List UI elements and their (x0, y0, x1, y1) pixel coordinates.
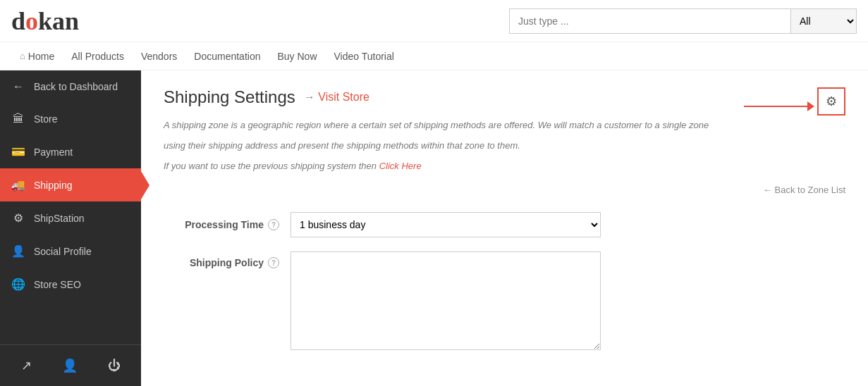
shipping-policy-row: Shipping Policy ? (164, 251, 845, 352)
social-icon: 👤 (11, 244, 25, 258)
sidebar-item-payment[interactable]: 💳 Payment (0, 135, 141, 168)
sidebar-item-back-to-dashboard[interactable]: ← Back to Dashboard (0, 70, 141, 103)
shipping-policy-label: Shipping Policy ? (164, 251, 291, 268)
arrow-left-icon: ← (11, 80, 25, 93)
sidebar-item-shipping[interactable]: 🚚 Shipping (0, 168, 141, 201)
shipping-policy-help-icon[interactable]: ? (268, 257, 279, 268)
logo: d o kan (11, 6, 79, 36)
sidebar-item-store[interactable]: 🏛 Store (0, 103, 141, 135)
processing-time-select[interactable]: Same day 1 business day 2 business days … (291, 212, 601, 237)
shipping-policy-control (291, 251, 601, 352)
gear-icon: ⚙ (826, 94, 837, 109)
processing-time-help-icon[interactable]: ? (268, 219, 279, 230)
click-here-link[interactable]: Click Here (379, 161, 422, 171)
page-title: Shipping Settings (164, 87, 295, 107)
visit-store-link: → Visit Store (304, 91, 369, 104)
sidebar: ← Back to Dashboard 🏛 Store 💳 Payment 🚚 … (0, 70, 141, 386)
processing-time-control: Same day 1 business day 2 business days … (291, 212, 601, 237)
external-link-icon[interactable]: ↗ (17, 354, 36, 378)
nav-item-documentation[interactable]: Documentation (185, 42, 269, 70)
user-icon[interactable]: 👤 (58, 354, 82, 378)
logo-d: d (11, 6, 25, 36)
header: d o kan All Products Vendors (0, 0, 868, 42)
content: Shipping Settings → Visit Store ⚙ A ship… (141, 70, 868, 386)
sidebar-item-store-seo[interactable]: 🌐 Store SEO (0, 268, 141, 301)
home-icon: ⌂ (20, 51, 25, 61)
nav-item-video-tutorial[interactable]: Video Tutorial (326, 42, 403, 70)
sidebar-item-shipstation[interactable]: ⚙ ShipStation (0, 201, 141, 235)
navbar: ⌂ Home All Products Vendors Documentatio… (0, 42, 868, 70)
shipping-policy-textarea[interactable] (291, 251, 601, 350)
nav-item-home[interactable]: ⌂ Home (11, 42, 63, 70)
page-title-area: Shipping Settings → Visit Store (164, 87, 845, 107)
nav-item-buy-now[interactable]: Buy Now (269, 42, 325, 70)
annotation-arrow (744, 101, 814, 111)
visit-store-anchor[interactable]: Visit Store (318, 91, 369, 103)
main-layout: ← Back to Dashboard 🏛 Store 💳 Payment 🚚 … (0, 70, 868, 386)
logo-o: o (25, 6, 38, 36)
logo-rest: kan (38, 6, 79, 36)
store-icon: 🏛 (11, 113, 25, 125)
sidebar-item-social-profile[interactable]: 👤 Social Profile (0, 235, 141, 268)
processing-time-label: Processing Time ? (164, 219, 291, 230)
sidebar-footer: ↗ 👤 ⏻ (0, 344, 141, 386)
seo-icon: 🌐 (11, 278, 25, 291)
search-select[interactable]: All Products Vendors (791, 8, 857, 34)
power-icon[interactable]: ⏻ (104, 354, 125, 378)
processing-time-row: Processing Time ? Same day 1 business da… (164, 212, 845, 237)
shipstation-icon: ⚙ (11, 211, 25, 225)
description-line1: A shipping zone is a geographic region w… (164, 118, 845, 133)
shipping-icon: 🚚 (11, 178, 25, 192)
search-area: All Products Vendors (509, 8, 857, 34)
back-to-zone-link[interactable]: ← Back to Zone List (763, 185, 845, 195)
back-to-zone: ← Back to Zone List (164, 185, 845, 195)
nav-item-all-products[interactable]: All Products (63, 42, 133, 70)
description-line2: using their shipping address and present… (164, 139, 845, 154)
description-line3: If you want to use the previous shipping… (164, 159, 845, 174)
search-input[interactable] (509, 8, 791, 34)
settings-button[interactable]: ⚙ (817, 87, 845, 116)
payment-icon: 💳 (11, 145, 25, 158)
nav-item-vendors[interactable]: Vendors (133, 42, 185, 70)
